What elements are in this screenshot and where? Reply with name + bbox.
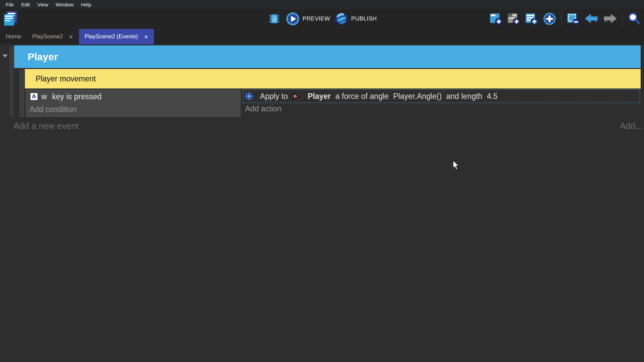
add-event-icon[interactable] [489,12,503,26]
tab-label: Home [6,33,21,40]
action-row-selected[interactable]: Apply to Player a force of angle Player.… [243,89,640,103]
action-middle: a force of angle [333,92,391,101]
keyboard-key-icon: A [30,92,38,101]
publish-globe-icon [335,12,348,26]
preview-label: PREVIEW [303,15,330,22]
undo-icon[interactable] [584,12,599,26]
publish-button[interactable]: PUBLISH [335,12,377,26]
publish-label: PUBLISH [351,15,377,22]
event-drag-column[interactable] [19,69,24,117]
menu-file[interactable]: File [2,2,17,7]
menu-help[interactable]: Help [77,2,95,7]
tab-playscene2-events[interactable]: PlayScene2 (Events) ✕ [79,29,154,44]
add-condition-button[interactable]: Add condition [30,105,241,114]
delete-selection-icon[interactable] [566,12,580,26]
search-icon[interactable] [627,12,641,26]
events-sheet: Player Player movement A w key is presse… [0,44,644,362]
header: PREVIEW PUBLISH [0,9,644,44]
condition-text: key is pressed [50,92,102,101]
action-prefix: Apply to [260,92,290,101]
action-suffix: and length [444,92,484,101]
condition-row[interactable]: A w key is pressed [26,89,241,102]
player-object-icon [292,74,305,118]
close-icon[interactable]: ✕ [69,34,73,39]
tab-label: PlayScene2 (Events) [85,33,138,40]
add-new-event-button[interactable]: Add a new event [13,121,79,131]
redo-icon[interactable] [603,12,617,26]
toolbar-right [489,9,641,29]
tab-bar: Home PlayScene2 ✕ PlayScene2 (Events) ✕ [0,29,644,44]
action-expression: Player.Angle() [393,92,442,101]
tab-home[interactable]: Home [0,29,27,44]
tab-playscene2[interactable]: PlayScene2 ✕ [27,29,79,44]
chevron-down-icon[interactable] [2,55,8,58]
preview-play-icon [286,12,299,26]
menu-view[interactable]: View [34,2,52,7]
add-comment-icon[interactable] [525,12,539,26]
toolbar-center: PREVIEW PUBLISH [267,9,377,29]
action-value: 4.5 [487,92,497,101]
add-subevent-icon[interactable] [507,12,521,26]
conditions-column[interactable]: A w key is pressed Add condition [26,89,241,117]
debugger-icon[interactable] [267,11,281,26]
toolbar-separator [622,12,622,26]
add-action-button[interactable]: Add action [245,104,282,113]
menu-edit[interactable]: Edit [17,2,34,7]
menu-bar: File Edit View Window Help [0,0,644,9]
toolbar-separator [561,12,562,26]
close-icon[interactable]: ✕ [144,34,148,39]
toolbar: PREVIEW PUBLISH [0,9,644,29]
condition-key-token: w [41,92,47,101]
mouse-cursor [452,160,460,171]
comment-event[interactable]: Player movement [25,69,641,88]
add-more-button[interactable]: Add... [620,121,643,131]
group-fold-column[interactable] [9,45,14,117]
tab-label: PlayScene2 [32,33,63,40]
menu-window[interactable]: Window [52,2,77,7]
project-manager-icon[interactable] [3,11,19,27]
action-object-name: Player [308,92,331,101]
preview-button[interactable]: PREVIEW [286,12,330,26]
event-group-header[interactable]: Player [14,45,641,68]
add-circle-icon[interactable] [542,12,557,26]
